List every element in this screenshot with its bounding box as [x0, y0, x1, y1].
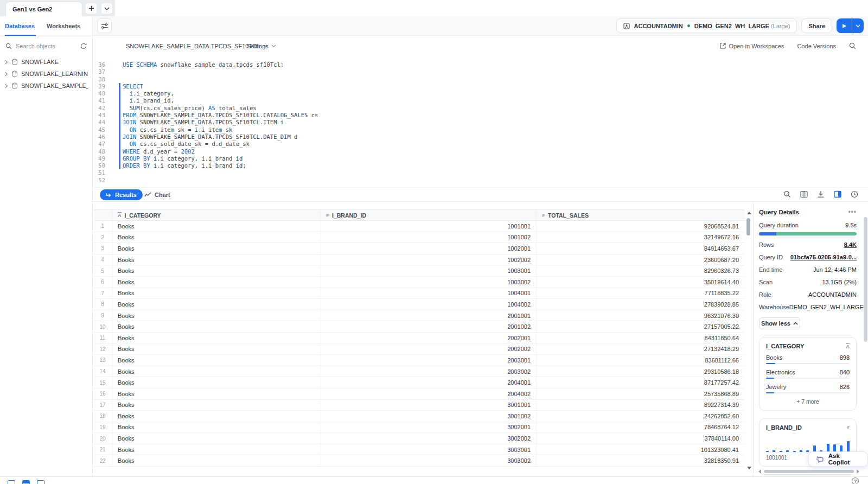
tab-list-button[interactable]	[101, 3, 113, 14]
more-options-icon[interactable]: •••	[848, 208, 857, 216]
more-categories-link[interactable]: + 7 more	[766, 398, 850, 405]
table-row[interactable]: 3Books100200184914653.67	[93, 243, 745, 254]
search-icon	[849, 42, 856, 49]
chevron-right-icon[interactable]	[4, 72, 8, 77]
sidebar-tab-worksheets[interactable]: Worksheets	[47, 16, 80, 36]
table-row[interactable]: 2Books100100232149672.16	[93, 232, 745, 244]
query-details-panel: Query Details ••• Query duration 9.5s Ro…	[753, 202, 868, 476]
layout-results-icon[interactable]	[37, 480, 44, 484]
table-row[interactable]: 12Books200200227132418.29	[93, 344, 745, 355]
code-line-49[interactable]: 49GROUP BY i.i_category, i.i_brand_id	[93, 155, 868, 162]
table-row[interactable]: 1Books100100192068524.81	[93, 221, 745, 232]
table-row[interactable]: 9Books200100196321076.30	[93, 310, 745, 322]
code-line-48[interactable]: 48WHERE d.d_year = 2002	[93, 148, 868, 155]
scroll-left-icon[interactable]	[758, 469, 761, 474]
panel-horizontal-scrollbar[interactable]	[758, 469, 859, 474]
code-line-39[interactable]: 39SELECT	[93, 83, 868, 90]
new-tab-button[interactable]	[85, 3, 97, 14]
sidebar-item-snowflake[interactable]: SNOWFLAKE	[0, 56, 92, 68]
column-header-i_brand_id[interactable]: #I_BRAND_ID	[320, 210, 536, 220]
worksheet-tab[interactable]: Gen1 vs Gen2	[5, 2, 82, 16]
code-text: GROUP BY i.i_category, i.i_brand_id	[113, 155, 242, 162]
table-row[interactable]: 20Books300200237840114.00	[93, 433, 745, 444]
columns-button[interactable]	[800, 190, 808, 198]
detail-value-rows[interactable]: 8.4K	[844, 241, 857, 248]
table-row[interactable]: 13Books200300183681112.66	[93, 355, 745, 366]
table-row[interactable]: 15Books200400187177257.42	[93, 377, 745, 389]
table-row[interactable]: 5Books100300182960326.73	[93, 265, 745, 277]
code-line-41[interactable]: 41 i.i_brand_id,	[93, 97, 868, 104]
tab-chart[interactable]: Chart	[144, 189, 170, 200]
sidebar-item-snowflake-sample-[interactable]: SNOWFLAKE_SAMPLE_...	[0, 80, 92, 92]
scrollbar-thumb[interactable]	[746, 218, 750, 235]
code-line-45[interactable]: 45 ON cs.cs_item_sk = i.i_item_sk	[93, 126, 868, 133]
code-line-47[interactable]: 47 ON cs.cs_sold_date_sk = d.d_date_sk	[93, 141, 868, 148]
detail-value-query-id[interactable]: 01bcfa75-0205-91a9-0...	[790, 254, 857, 260]
chevron-down-icon	[271, 44, 276, 48]
sidebar-item-snowflake-learnin-[interactable]: SNOWFLAKE_LEARNIN...	[0, 68, 92, 80]
code-versions-link[interactable]: Code Versions	[797, 43, 836, 49]
help-icon[interactable]: ?	[852, 477, 859, 484]
code-line-52[interactable]: 52	[93, 177, 868, 184]
details-panel-toggle[interactable]	[834, 190, 841, 198]
code-line-42[interactable]: 42 SUM(cs.cs_sales_price) AS total_sales	[93, 105, 868, 112]
layout-split-icon[interactable]	[22, 480, 30, 484]
editor-search-button[interactable]	[849, 42, 856, 49]
search-results-button[interactable]	[783, 190, 791, 198]
code-line-44[interactable]: 44JOIN SNOWFLAKE_SAMPLE_DATA.TPCDS_SF10T…	[93, 119, 868, 126]
layout-editor-icon[interactable]	[8, 480, 15, 484]
code-line-43[interactable]: 43FROM SNOWFLAKE_SAMPLE_DATA.TPCDS_SF10T…	[93, 112, 868, 119]
download-button[interactable]	[817, 190, 825, 198]
table-scrollbar[interactable]	[745, 209, 753, 476]
panel-scrollbar-thumb[interactable]	[864, 217, 867, 342]
table-row[interactable]: 17Books300100189227314.39	[93, 400, 745, 411]
run-options-button[interactable]	[852, 18, 864, 33]
settings-menu[interactable]: Settings	[247, 43, 276, 49]
table-row[interactable]: 7Books100400177118835.22	[93, 288, 745, 300]
code-line-46[interactable]: 46JOIN SNOWFLAKE_SAMPLE_DATA.TPCDS_SF10T…	[93, 133, 868, 141]
code-line-40[interactable]: 40 i.i_category,	[93, 90, 868, 97]
table-row[interactable]: 19Books300200178468764.12	[93, 422, 745, 434]
share-button[interactable]: Share	[801, 18, 832, 33]
code-line-37[interactable]: 37	[93, 68, 868, 75]
ask-copilot-button[interactable]: Ask Copilot	[808, 451, 868, 467]
code-line-36[interactable]: 36USE SCHEMA snowflake_sample_data.tpcds…	[93, 61, 868, 68]
query-history-button[interactable]	[851, 190, 858, 198]
scroll-right-icon[interactable]	[857, 469, 859, 474]
scroll-up-icon[interactable]	[747, 212, 751, 214]
sql-editor[interactable]: 36USE SCHEMA snowflake_sample_data.tpcds…	[93, 56, 868, 187]
table-row[interactable]: 10Books200100227157005.22	[93, 321, 745, 333]
refresh-icon[interactable]	[80, 43, 87, 49]
database-tree: SNOWFLAKESNOWFLAKE_LEARNIN...SNOWFLAKE_S…	[0, 56, 92, 92]
code-line-38[interactable]: 38	[93, 76, 868, 83]
table-row[interactable]: 14Books200300229310586.18	[93, 366, 745, 378]
code-line-50[interactable]: 50ORDER BY i.i_category, i.i_brand_id;	[93, 162, 868, 169]
row-number: 6	[93, 277, 112, 288]
table-row[interactable]: 11Books200200184311850.64	[93, 333, 745, 344]
chevron-right-icon[interactable]	[4, 60, 8, 65]
scroll-down-icon[interactable]	[747, 467, 751, 469]
status-bar	[0, 476, 868, 484]
table-row[interactable]: 4Books100200223600687.20	[93, 254, 745, 266]
object-search[interactable]: Search objects	[0, 36, 92, 56]
cell-i-category: Books	[112, 366, 320, 377]
filters-button[interactable]	[97, 18, 112, 33]
table-row[interactable]: 16Books200400225735868.89	[93, 389, 745, 400]
show-less-button[interactable]: Show less	[759, 317, 800, 329]
table-row[interactable]: 22Books300300232818350.91	[93, 455, 745, 467]
sidebar-tab-databases[interactable]: Databases	[5, 16, 35, 36]
code-line-51[interactable]: 51	[93, 169, 868, 176]
table-row[interactable]: 18Books300100224262852.60	[93, 411, 745, 422]
open-in-workspaces-link[interactable]: Open in Workspaces	[720, 43, 784, 49]
chevron-right-icon[interactable]	[4, 84, 8, 88]
column-header-i_category[interactable]: AI_CATEGORY	[112, 210, 320, 220]
session-context-selector[interactable]: ACCOUNTADMIN DEMO_GEN2_WH_LARGE (Large)	[616, 18, 797, 33]
h-scrollbar-thumb[interactable]	[764, 470, 854, 473]
table-row[interactable]: 21Books3003001101323080.41	[93, 444, 745, 456]
column-header-total_sales[interactable]: #TOTAL_SALES	[536, 210, 744, 220]
search-input[interactable]: Search objects	[16, 43, 76, 49]
run-button[interactable]	[837, 18, 852, 33]
table-row[interactable]: 8Books100400227839028.85	[93, 299, 745, 310]
tab-results[interactable]: Results	[100, 189, 143, 200]
table-row[interactable]: 6Books100300235019614.40	[93, 277, 745, 288]
